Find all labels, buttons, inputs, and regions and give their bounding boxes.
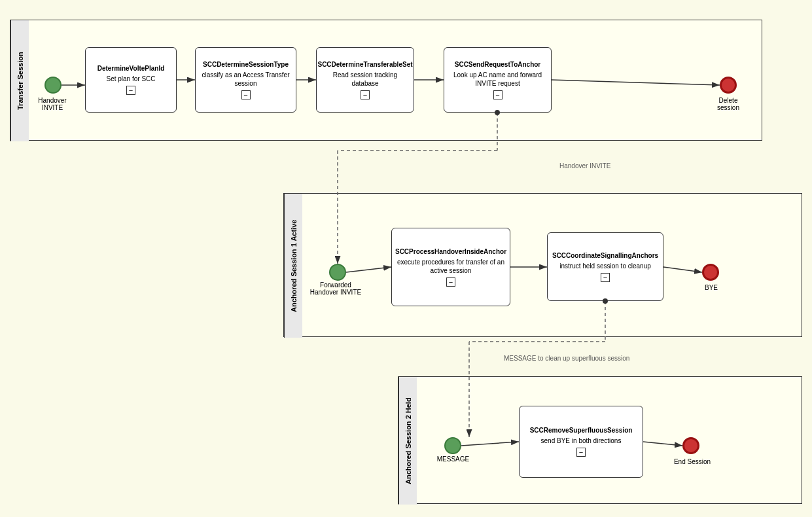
message-flow-label: MESSAGE to clean up superfluous session bbox=[504, 355, 629, 362]
proc-scc-transferable-title: SCCDetermineTransferableSet bbox=[317, 61, 412, 68]
start-anchored2 bbox=[444, 437, 461, 454]
diagram-container: Transfer Session Anchored Session 1 Acti… bbox=[0, 0, 812, 517]
proc-scc-coordinate-minus: − bbox=[601, 273, 610, 282]
proc-scc-remove: SCCRemoveSuperfluousSession send BYE in … bbox=[519, 406, 643, 478]
proc-scc-send-request-minus: − bbox=[493, 90, 503, 99]
end-transfer-label: Delete session bbox=[709, 97, 748, 111]
proc-scc-session-type-minus: − bbox=[241, 90, 251, 99]
end-anchored2 bbox=[682, 437, 699, 454]
start-anchored1-label: Forwarded Handover INVITE bbox=[309, 281, 362, 296]
start-transfer-label: Handover INVITE bbox=[33, 97, 72, 111]
proc-scc-process-handover-desc: execute procedures for transfer of an ac… bbox=[395, 258, 507, 275]
proc-determine-volte-title: DetermineVoltePlanId bbox=[97, 65, 165, 72]
proc-scc-coordinate-title: SCCCoordinateSignallingAnchors bbox=[552, 252, 658, 259]
proc-scc-coordinate-desc: instruct held session to cleanup bbox=[559, 262, 651, 270]
end-transfer bbox=[720, 77, 737, 94]
proc-scc-transferable-desc: Read session tracking database bbox=[319, 71, 411, 88]
proc-scc-process-handover: SCCProcessHandoverInsideAnchor execute p… bbox=[391, 228, 510, 306]
proc-scc-transferable: SCCDetermineTransferableSet Read session… bbox=[316, 47, 414, 113]
pool-anchored-2-label: Anchored Session 2 Held bbox=[398, 377, 417, 505]
handover-invite-flow-label: Handover INVITE bbox=[559, 162, 610, 169]
proc-scc-remove-desc: send BYE in both directions bbox=[541, 437, 622, 445]
proc-scc-send-request-desc: Look up AC name and forward INVITE reque… bbox=[447, 71, 548, 88]
end-anchored1-label: BYE bbox=[701, 284, 722, 291]
start-anchored2-label: MESSAGE bbox=[435, 455, 471, 463]
proc-scc-session-type-desc: classify as an Access Transfer session bbox=[198, 71, 293, 88]
pool-transfer-label: Transfer Session bbox=[10, 20, 29, 141]
proc-scc-send-request-title: SCCSendRequestToAnchor bbox=[455, 61, 541, 68]
end-anchored2-label: End Session bbox=[669, 458, 715, 465]
proc-scc-remove-title: SCCRemoveSuperfluousSession bbox=[530, 427, 633, 434]
proc-scc-remove-minus: − bbox=[576, 448, 586, 457]
proc-determine-volte-desc: Set plan for SCC bbox=[106, 75, 155, 83]
proc-scc-transferable-minus: − bbox=[361, 90, 370, 99]
start-transfer bbox=[44, 77, 62, 94]
start-anchored1 bbox=[329, 264, 346, 281]
proc-scc-session-type-title: SCCDetermineSessionType bbox=[203, 61, 289, 68]
pool-anchored-1: Anchored Session 1 Active bbox=[283, 193, 802, 337]
proc-scc-session-type: SCCDetermineSessionType classify as an A… bbox=[195, 47, 296, 113]
proc-scc-send-request: SCCSendRequestToAnchor Look up AC name a… bbox=[444, 47, 552, 113]
proc-scc-process-handover-minus: − bbox=[446, 277, 455, 287]
proc-determine-volte: DetermineVoltePlanId Set plan for SCC − bbox=[85, 47, 177, 113]
proc-determine-volte-minus: − bbox=[126, 86, 135, 95]
proc-scc-process-handover-title: SCCProcessHandoverInsideAnchor bbox=[395, 248, 506, 255]
end-anchored1 bbox=[702, 264, 719, 281]
proc-scc-coordinate: SCCCoordinateSignallingAnchors instruct … bbox=[547, 232, 663, 301]
pool-anchored-1-label: Anchored Session 1 Active bbox=[284, 194, 302, 338]
